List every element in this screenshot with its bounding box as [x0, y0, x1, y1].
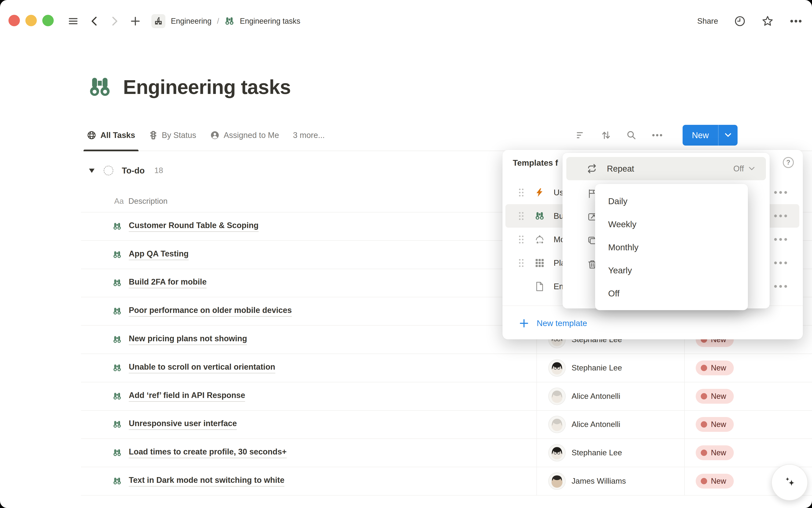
- task-title[interactable]: App QA Testing: [129, 249, 189, 260]
- status-dot-icon: [701, 421, 707, 428]
- task-title[interactable]: Customer Round Table & Scoping: [129, 221, 259, 232]
- status-cell[interactable]: New: [684, 411, 812, 438]
- chevron-down-icon: [749, 166, 755, 171]
- favorite-star-icon[interactable]: [762, 15, 773, 27]
- person-icon: [210, 131, 220, 140]
- tab-by-status[interactable]: By Status: [149, 120, 196, 151]
- assignee-cell[interactable]: Alice Antonelli: [537, 411, 684, 438]
- task-title[interactable]: Poor performance on older mobile devices: [129, 306, 292, 317]
- status-cell[interactable]: New: [684, 382, 812, 410]
- assignee-cell[interactable]: Stephanie Lee: [537, 439, 684, 467]
- assignee-name: Stephanie Lee: [572, 448, 622, 457]
- drag-handle-icon[interactable]: [518, 235, 525, 244]
- clock-icon[interactable]: [734, 15, 746, 27]
- task-title[interactable]: Unresponsive user interface: [129, 419, 237, 430]
- more-options-icon[interactable]: [790, 19, 802, 23]
- templates-popup-title: Templates f: [513, 158, 558, 168]
- task-cell[interactable]: Add ‘ref’ field in API Response: [81, 382, 537, 410]
- status-cell[interactable]: New: [684, 354, 812, 382]
- new-button-chevron-down-icon[interactable]: [719, 125, 737, 145]
- repeat-option-monthly[interactable]: Monthly: [608, 236, 748, 259]
- back-icon[interactable]: [90, 16, 99, 27]
- table-row[interactable]: Unresponsive user interfaceAlice Antonel…: [81, 411, 812, 439]
- new-template-button[interactable]: New template: [520, 313, 587, 333]
- task-cell[interactable]: Unresponsive user interface: [81, 411, 537, 438]
- repeat-option-yearly[interactable]: Yearly: [608, 259, 748, 282]
- plus-icon: [520, 319, 529, 328]
- view-options-icon[interactable]: [652, 133, 663, 137]
- filter-icon[interactable]: [576, 131, 586, 139]
- group-name[interactable]: To-do: [122, 166, 145, 175]
- assignee-cell[interactable]: Alice Antonelli: [537, 382, 684, 410]
- status-cell[interactable]: New: [684, 439, 812, 467]
- breadcrumb-page[interactable]: Engineering tasks: [240, 17, 300, 26]
- task-title[interactable]: Load times to create profile, 30 seconds…: [129, 447, 287, 458]
- table-row[interactable]: Load times to create profile, 30 seconds…: [81, 439, 812, 467]
- text-property-icon: Aa: [114, 197, 124, 206]
- lightning-icon: [535, 188, 545, 198]
- tab-assigned-to-me[interactable]: Assigned to Me: [210, 120, 279, 151]
- minimize-window-button[interactable]: [26, 15, 37, 26]
- drag-handle-icon[interactable]: [518, 258, 525, 268]
- task-cell[interactable]: App QA Testing: [81, 241, 537, 269]
- breadcrumb-workspace[interactable]: Engineering: [171, 17, 212, 26]
- repeat-option-off[interactable]: Off: [608, 282, 748, 305]
- more-views-button[interactable]: 3 more...: [293, 131, 325, 140]
- new-page-icon[interactable]: [130, 16, 140, 26]
- assignee-cell[interactable]: James Williams: [537, 467, 684, 495]
- sidebar-menu-icon[interactable]: [68, 16, 79, 27]
- status-dot-icon: [701, 450, 707, 456]
- template-options-icon[interactable]: [774, 261, 787, 264]
- task-title[interactable]: Unable to scroll on vertical orientation: [129, 363, 275, 373]
- drag-handle-icon[interactable]: [518, 188, 525, 197]
- template-options-icon[interactable]: [774, 191, 787, 194]
- search-icon[interactable]: [626, 130, 636, 140]
- task-cell[interactable]: New pricing plans not showing: [81, 326, 537, 353]
- template-options-icon[interactable]: [774, 215, 787, 217]
- close-window-button[interactable]: [8, 15, 20, 26]
- column-header-description[interactable]: Aa Description: [114, 190, 168, 212]
- table-row[interactable]: Add ‘ref’ field in API ResponseAlice Ant…: [81, 382, 812, 411]
- todo-status-icon: [104, 166, 114, 175]
- status-label: New: [711, 392, 726, 401]
- building-icon[interactable]: [151, 14, 165, 28]
- grid-icon: [535, 258, 545, 268]
- new-button[interactable]: New: [683, 125, 718, 145]
- task-title[interactable]: Add ‘ref’ field in API Response: [129, 391, 245, 402]
- share-button[interactable]: Share: [697, 17, 718, 26]
- ai-assistant-button[interactable]: [771, 464, 808, 501]
- top-bar: Engineering / Engineering tasks Share: [0, 0, 812, 42]
- task-cell[interactable]: Text in Dark mode not switching to white: [81, 467, 537, 495]
- avatar: [549, 388, 565, 405]
- task-title[interactable]: Build 2FA for mobile: [129, 278, 207, 288]
- template-options-icon[interactable]: [774, 285, 787, 288]
- zoom-window-button[interactable]: [42, 15, 54, 26]
- collapse-triangle-icon[interactable]: [88, 168, 95, 173]
- task-cell[interactable]: Build 2FA for mobile: [81, 269, 537, 297]
- status-label: New: [711, 448, 726, 457]
- repeat-menu-item[interactable]: Repeat Off: [566, 157, 766, 180]
- tab-label: All Tasks: [100, 131, 135, 140]
- assignee-cell[interactable]: Stephanie Lee: [537, 354, 684, 382]
- help-icon[interactable]: ?: [783, 157, 794, 168]
- repeat-options-menu: DailyWeeklyMonthlyYearlyOff: [595, 184, 748, 310]
- repeat-option-weekly[interactable]: Weekly: [608, 213, 748, 236]
- sort-icon[interactable]: [601, 130, 611, 140]
- repeat-option-daily[interactable]: Daily: [608, 190, 748, 213]
- template-options-icon[interactable]: [774, 238, 787, 241]
- task-cell[interactable]: Poor performance on older mobile devices: [81, 297, 537, 325]
- forward-icon[interactable]: [110, 16, 119, 27]
- task-cell[interactable]: Customer Round Table & Scoping: [81, 212, 537, 240]
- task-title[interactable]: New pricing plans not showing: [129, 334, 247, 345]
- tab-all-tasks[interactable]: All Tasks: [87, 120, 135, 151]
- drag-handle-icon[interactable]: [518, 211, 525, 221]
- task-cell[interactable]: Load times to create profile, 30 seconds…: [81, 439, 537, 467]
- table-row[interactable]: Unable to scroll on vertical orientation…: [81, 354, 812, 382]
- binoculars-icon: [113, 307, 122, 316]
- table-row[interactable]: Text in Dark mode not switching to white…: [81, 467, 812, 496]
- binoculars-icon: [113, 250, 122, 259]
- avatar: [549, 473, 565, 490]
- task-cell[interactable]: Unable to scroll on vertical orientation: [81, 354, 537, 382]
- binoculars-icon: [225, 16, 234, 26]
- task-title[interactable]: Text in Dark mode not switching to white: [129, 476, 284, 486]
